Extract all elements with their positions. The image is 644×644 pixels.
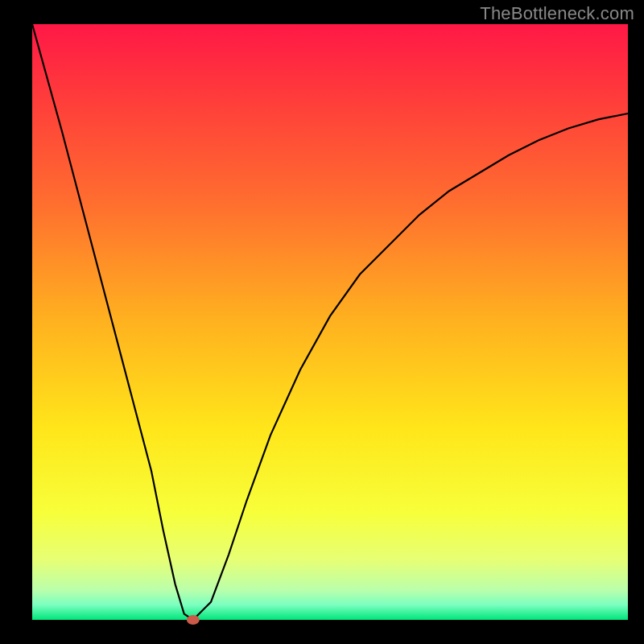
watermark-text: TheBottleneck.com xyxy=(480,3,634,24)
bottleneck-chart xyxy=(0,0,644,644)
plot-background xyxy=(32,24,628,620)
optimal-point-marker xyxy=(187,615,200,625)
